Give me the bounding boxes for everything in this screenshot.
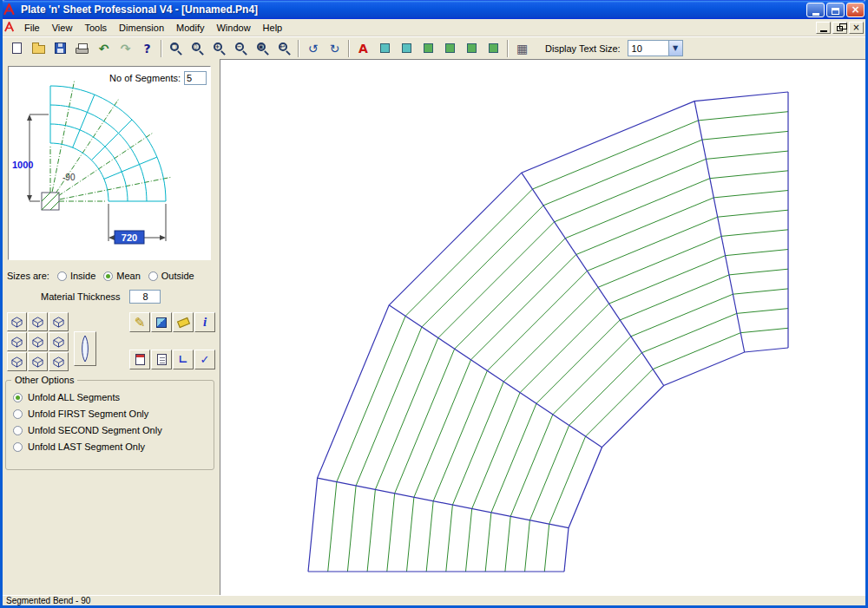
dimension-table-button[interactable]: ▦ — [511, 38, 533, 58]
redo-button[interactable]: ↷ — [115, 38, 136, 58]
other-options-title: Other Options — [11, 375, 77, 385]
print-pattern-button[interactable] — [129, 350, 150, 369]
menu-item-modify[interactable]: Modify — [170, 21, 210, 35]
measure-button[interactable]: ✎ — [129, 312, 150, 332]
rotate-view-ccw-button[interactable]: ↺ — [302, 38, 324, 58]
dimension-style-button[interactable]: ∟ — [173, 350, 194, 369]
zoom-window-icon: □ — [170, 42, 182, 55]
close-button[interactable]: × — [846, 3, 865, 17]
app-icon — [3, 3, 16, 16]
pan-up-button[interactable] — [418, 38, 439, 58]
view-orientation-grid — [7, 312, 69, 371]
cube-icon — [52, 316, 65, 329]
label-button[interactable] — [173, 312, 194, 332]
help-button[interactable]: ? — [136, 38, 158, 58]
zoom-window-button[interactable]: □ — [165, 38, 187, 58]
status-bar: Segmented Bend - 90 — [3, 595, 865, 605]
cube-icon — [10, 356, 23, 369]
zoom-extents-button[interactable]: ▣ — [252, 38, 273, 58]
rotate-left-button[interactable] — [461, 38, 483, 58]
sizes-row: Sizes are: InsideMeanOutside — [7, 271, 217, 281]
text-size-button[interactable]: A — [352, 38, 374, 58]
thickness-input[interactable] — [129, 290, 161, 304]
unfold-option-first[interactable]: Unfold FIRST Segment Only — [13, 409, 214, 419]
info-button[interactable]: i — [194, 312, 215, 332]
menu-item-view[interactable]: View — [46, 21, 79, 35]
minimize-button[interactable] — [806, 3, 825, 17]
parameters-panel: 1000-90720 No of Segments: Sizes are: In… — [3, 59, 220, 595]
toolbar: ↶↷?□◊+−▣↩↺↻A▦ Display Text Size: 10 ▼ — [3, 36, 865, 59]
thickness-label: Material Thickness — [41, 291, 121, 302]
solid-view-button[interactable] — [151, 312, 172, 332]
mdi-restore-button[interactable] — [832, 22, 847, 34]
menu-item-help[interactable]: Help — [257, 21, 289, 35]
notes-button[interactable] — [151, 350, 172, 369]
radio-label: Outside — [161, 271, 194, 281]
mdi-close-button[interactable]: × — [849, 22, 864, 34]
minimize-icon — [812, 13, 819, 16]
new-file-button[interactable] — [6, 38, 28, 58]
zoom-dynamic-button[interactable]: ◊ — [187, 38, 208, 58]
check-measure-button[interactable]: ✓ — [194, 350, 215, 369]
radio-label: Mean — [116, 271, 141, 281]
check-icon: ✓ — [201, 353, 210, 366]
view-orientation-4-button[interactable] — [7, 332, 27, 351]
zoom-in-button[interactable]: + — [208, 38, 230, 58]
radio-icon — [103, 271, 113, 281]
view-orientation-2-button[interactable] — [28, 312, 48, 331]
zoom-previous-button[interactable]: ↩ — [273, 38, 295, 58]
pan-down-button[interactable] — [439, 38, 461, 58]
menu-item-file[interactable]: File — [18, 21, 46, 35]
pencil-icon: ✎ — [135, 315, 146, 330]
rotate-right-icon — [489, 43, 498, 53]
display-text-size-combo[interactable]: 10 ▼ — [628, 40, 683, 56]
segments-input[interactable] — [184, 71, 207, 85]
rotate-view-cw-button[interactable]: ↻ — [324, 38, 345, 58]
thickness-row: Material Thickness — [41, 290, 161, 304]
tag-icon — [176, 317, 189, 327]
drawing-canvas[interactable] — [220, 59, 865, 595]
maximize-button[interactable] — [826, 3, 845, 17]
combo-dropdown-button[interactable]: ▼ — [668, 41, 682, 56]
zoom-out-button[interactable]: − — [230, 38, 252, 58]
cube-icon — [31, 336, 44, 349]
sizes-inside-radio[interactable]: Inside — [57, 271, 95, 281]
menu-item-tools[interactable]: Tools — [78, 21, 113, 35]
undo-button[interactable]: ↶ — [93, 38, 115, 58]
mdi-restore-icon — [837, 26, 843, 31]
view-orientation-3-button[interactable] — [49, 312, 69, 331]
view-orientation-5-button[interactable] — [28, 332, 48, 351]
save-file-button[interactable] — [49, 38, 71, 58]
view-front-icon — [380, 43, 390, 53]
menu-item-window[interactable]: Window — [210, 21, 256, 35]
view-orientation-1-button[interactable] — [7, 312, 27, 331]
mdi-minimize-icon — [820, 30, 827, 32]
view-orientation-7-button[interactable] — [7, 352, 27, 371]
redo-icon: ↷ — [121, 42, 131, 55]
view-orientation-9-button[interactable] — [49, 352, 69, 371]
curved-shape-button[interactable] — [74, 331, 96, 366]
unfold-option-second[interactable]: Unfold SECOND Segment Only — [13, 425, 214, 435]
mdi-minimize-button[interactable] — [816, 22, 831, 34]
open-file-button[interactable] — [28, 38, 49, 58]
unfold-radio-group: Unfold ALL SegmentsUnfold FIRST Segment … — [6, 392, 214, 452]
view-front-button[interactable] — [374, 38, 396, 58]
unfold-option-all[interactable]: Unfold ALL Segments — [13, 392, 214, 402]
view-side-button[interactable] — [396, 38, 418, 58]
view-orientation-6-button[interactable] — [49, 332, 69, 351]
new-file-icon — [12, 42, 22, 54]
chevron-down-icon: ▼ — [673, 44, 678, 52]
maximize-icon — [832, 8, 839, 15]
menu-item-dimension[interactable]: Dimension — [113, 21, 170, 35]
rotate-right-button[interactable] — [483, 38, 504, 58]
undo-icon: ↶ — [99, 42, 109, 55]
sizes-outside-radio[interactable]: Outside — [148, 271, 194, 281]
title-bar: Plate 'n' Sheet Professional V4 - [Unnam… — [0, 0, 868, 19]
view-orientation-8-button[interactable] — [28, 352, 48, 371]
angle-icon: ∟ — [179, 353, 188, 366]
dim-radius-text: 1000 — [12, 160, 33, 170]
unfold-option-last[interactable]: Unfold LAST Segment Only — [13, 441, 214, 452]
cube-icon — [52, 336, 65, 349]
print-button[interactable] — [71, 38, 93, 58]
sizes-mean-radio[interactable]: Mean — [103, 271, 141, 281]
